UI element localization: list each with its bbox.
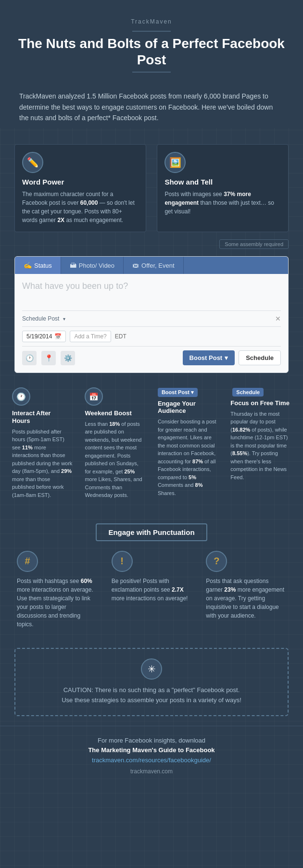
fb-actions-row: 🕐 📍 ⚙️ Boost Post ▾ Schedule xyxy=(22,346,281,365)
weekend-boost-title: Weekend Boost xyxy=(85,409,145,417)
question-box: ? Posts that ask questions garner 23% mo… xyxy=(203,551,289,629)
weekend-boost-box: 📅 Weekend Boost Less than 18% of posts a… xyxy=(82,387,148,499)
caution-icon: ✳ xyxy=(141,658,162,680)
fb-time-placeholder: Add a Time? xyxy=(74,333,106,340)
assembly-label-wrap: Some assembly required xyxy=(0,237,303,251)
header: TrackMaven The Nuts and Bolts of a Perfe… xyxy=(0,0,303,81)
punctuation-three-col: # Posts with hashtags see 60% more inter… xyxy=(14,551,289,629)
fb-schedule-arrow: ▾ xyxy=(63,316,65,322)
word-power-title: Word Power xyxy=(22,178,139,186)
intro-section: TrackMaven analyzed 1.5 Million Facebook… xyxy=(0,81,303,128)
page-title: The Nuts and Bolts of a Perfect Facebook… xyxy=(10,36,293,68)
fb-icons-left: 🕐 📍 ⚙️ xyxy=(22,351,75,365)
hashtag-body: Posts with hashtags see 60% more interac… xyxy=(17,577,97,629)
fb-close-icon[interactable]: ✕ xyxy=(275,315,281,322)
assembly-label-text: Some assembly required xyxy=(219,239,289,249)
footer-link[interactable]: trackmaven.com/resources/facebookguide/ xyxy=(92,756,211,764)
fb-body: What have you been up to? Schedule Post … xyxy=(15,274,288,372)
settings-icon-btn[interactable]: ⚙️ xyxy=(61,351,75,365)
boost-post-label: Boost Post xyxy=(189,354,223,361)
engage-audience-box: Boost Post ▾ Engage Your Audience Consid… xyxy=(155,387,221,499)
interact-hours-body: Posts published after hours (5pm-1am EST… xyxy=(12,428,73,499)
location-icon-btn[interactable]: 📍 xyxy=(41,351,56,365)
weekend-boost-body: Less than 18% of posts are published on … xyxy=(85,420,145,499)
word-power-icon: ✏️ xyxy=(22,152,43,173)
footer-guide-title: The Marketing Maven's Guide to Facebook xyxy=(88,746,215,754)
calendar-icon: 📅 xyxy=(54,333,62,340)
boost-post-small-label: Boost Post xyxy=(162,389,189,395)
fb-date-row: 5/19/2014 📅 Add a Time? EDT xyxy=(22,326,281,342)
focus-free-time-body: Thursday is the most popular day to post… xyxy=(230,410,291,482)
offer-tab-icon: 🎟 xyxy=(132,261,139,269)
schedule-small-btn[interactable]: Schedule xyxy=(232,388,264,397)
clock-icon-btn[interactable]: 🕐 xyxy=(22,351,37,365)
exclamation-body: Be positive! Posts with exclamation poin… xyxy=(112,577,192,603)
word-power-box: ✏️ Word Power The maximum character coun… xyxy=(14,144,146,232)
tab-status-label: Status xyxy=(34,262,52,269)
caution-text: CAUTION: There is no such thing as a "pe… xyxy=(25,685,278,706)
caution-section: ✳ CAUTION: There is no such thing as a "… xyxy=(14,648,289,716)
exclamation-icon: ! xyxy=(112,551,133,572)
engage-audience-title: Engage Your Audience xyxy=(158,400,218,415)
fb-buttons-right: Boost Post ▾ Schedule xyxy=(183,350,281,365)
fb-tabs-row: ✍ Status 🏔 Photo/ Video 🎟 Offer, Event xyxy=(15,257,288,274)
focus-free-time-box: Schedule Focus on Free Time Thursday is … xyxy=(228,387,293,499)
clock-icon: 🕐 xyxy=(12,387,30,406)
tab-photo-label: Photo/ Video xyxy=(79,262,114,269)
show-tell-icon: 🖼️ xyxy=(164,152,186,173)
calendar-icon: 📅 xyxy=(85,387,103,406)
fb-timezone: EDT xyxy=(115,333,126,340)
engage-punctuation-title: Engage with Punctuation xyxy=(96,523,207,541)
footer: For more Facebook insights, download The… xyxy=(0,726,303,791)
boost-chevron-small-icon: ▾ xyxy=(191,389,194,396)
photo-tab-icon: 🏔 xyxy=(70,261,76,269)
question-icon: ? xyxy=(206,551,227,572)
fb-time-input[interactable]: Add a Time? xyxy=(70,331,111,342)
fb-schedule-row: Schedule Post ▾ ✕ xyxy=(22,310,281,322)
brand: TrackMaven xyxy=(10,9,293,27)
fb-placeholder-text: What have you been up to? xyxy=(22,281,281,291)
footer-cta-text: For more Facebook insights, download xyxy=(98,737,205,744)
show-tell-box: 🖼️ Show and Tell Posts with images see 3… xyxy=(157,144,289,232)
tab-photo[interactable]: 🏔 Photo/ Video xyxy=(61,257,124,274)
facebook-mockup: ✍ Status 🏔 Photo/ Video 🎟 Offer, Event W… xyxy=(14,256,289,373)
tab-offer-label: Offer, Event xyxy=(141,262,174,269)
focus-free-time-title: Focus on Free Time xyxy=(230,399,291,407)
fb-date-value: 5/19/2014 xyxy=(26,333,52,340)
boost-chevron-icon: ▾ xyxy=(225,354,228,361)
footer-cta: For more Facebook insights, download The… xyxy=(14,736,289,756)
status-tab-icon: ✍ xyxy=(24,261,32,269)
tab-offer[interactable]: 🎟 Offer, Event xyxy=(124,257,183,274)
top-info-row: ✏️ Word Power The maximum character coun… xyxy=(0,135,303,237)
interact-hours-title: Interact AfterHours xyxy=(12,409,73,424)
interact-hours-box: 🕐 Interact AfterHours Posts published af… xyxy=(10,387,75,499)
boost-post-small-btn[interactable]: Boost Post ▾ xyxy=(158,388,198,397)
boost-post-button[interactable]: Boost Post ▾ xyxy=(183,350,235,365)
intro-text: TrackMaven analyzed 1.5 Million Facebook… xyxy=(19,91,284,123)
hashtag-icon: # xyxy=(17,551,38,572)
four-col-section: 🕐 Interact AfterHours Posts published af… xyxy=(0,383,303,509)
show-tell-title: Show and Tell xyxy=(164,178,281,186)
exclamation-box: ! Be positive! Posts with exclamation po… xyxy=(109,551,194,629)
engage-punctuation-section: Engage with Punctuation # Posts with has… xyxy=(0,514,303,638)
schedule-button[interactable]: Schedule xyxy=(239,350,281,365)
show-tell-body: Posts with images see 37% more engagemen… xyxy=(164,190,281,216)
footer-site: trackmaven.com xyxy=(14,767,289,776)
title-divider xyxy=(132,31,171,32)
question-body: Posts that ask questions garner 23% more… xyxy=(206,577,286,620)
engage-audience-body: Consider boosting a post for greater rea… xyxy=(158,418,218,497)
fb-schedule-label: Schedule Post xyxy=(22,315,59,322)
tab-status[interactable]: ✍ Status xyxy=(15,257,61,274)
title-divider-2 xyxy=(132,72,171,73)
hashtag-box: # Posts with hashtags see 60% more inter… xyxy=(14,551,100,629)
fb-date-input[interactable]: 5/19/2014 📅 xyxy=(22,331,66,342)
word-power-body: The maximum character count for a Facebo… xyxy=(22,190,139,224)
